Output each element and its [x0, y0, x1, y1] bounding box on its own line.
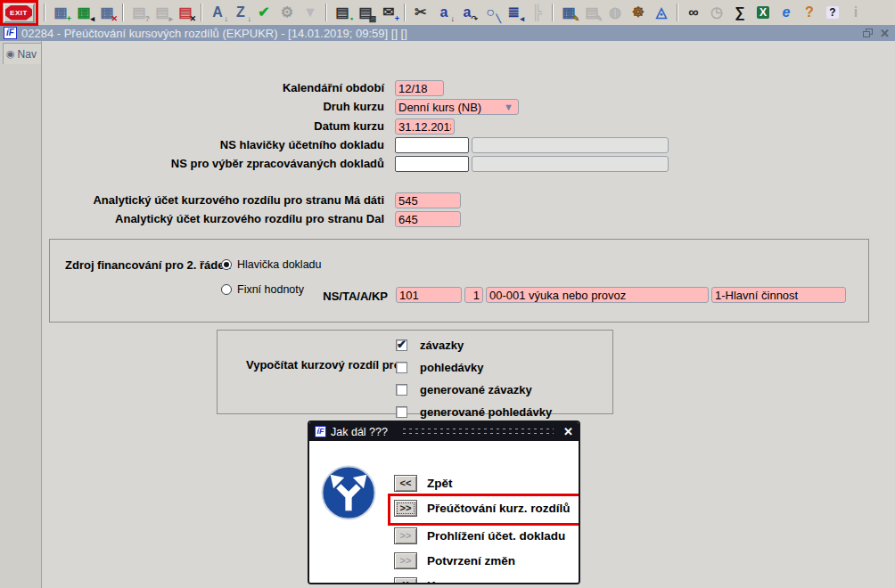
group-zdroj-label: Zdroj financování pro 2. řádek: [65, 258, 231, 272]
dialog-titlebar[interactable]: íF Jak dál ??? ✕: [309, 422, 579, 441]
help-window-icon[interactable]: ?: [821, 2, 844, 23]
dialog-action-row[interactable]: XKonec: [394, 576, 464, 584]
dialog-action-label: Přeúčtování kurz. rozdílů: [427, 502, 571, 515]
nav-tab-label: Nav: [18, 48, 37, 61]
application-window: EXIT ▦+▦◂▦✕▤?▤▸▤✕A↓Z↓✔⚙▼▤▪▤▤✉+✂a↓a↷○╲≣◂╠…: [0, 0, 895, 588]
checkbox-label: pohledávky: [420, 361, 484, 374]
kalendarni-obdobi-field[interactable]: [395, 80, 444, 96]
dialog-action-row[interactable]: >>Přeúčtování kurz. rozdílů: [394, 499, 571, 517]
au-ma-dati-field[interactable]: [395, 192, 461, 208]
toolbar-separator: [44, 4, 45, 21]
zdroj-ns-field[interactable]: [396, 287, 462, 303]
record-insert-icon[interactable]: ▦+: [49, 2, 72, 23]
toolbar-separator: [677, 4, 678, 21]
sum-sigma-icon[interactable]: ∑: [728, 2, 751, 23]
label-ns-ta-a-kp: NS/TA/A/KP: [323, 290, 388, 303]
print-batch-icon[interactable]: ▤▤: [354, 2, 377, 23]
dialog-action-button[interactable]: X: [394, 577, 417, 585]
dialog-logo-icon: íF: [315, 426, 326, 437]
prism-eye-icon[interactable]: ◬: [650, 2, 673, 23]
group-vypocet-label: Vypočítat kurzový rozdíl pro: [246, 358, 401, 372]
hierarchy-tree-icon: ╠: [525, 2, 548, 23]
dialog-action-row[interactable]: <<Zpět: [394, 474, 453, 492]
chevron-down-icon: ▼: [504, 102, 513, 112]
toolbar: EXIT ▦+▦◂▦✕▤?▤▸▤✕A↓Z↓✔⚙▼▤▪▤▤✉+✂a↓a↷○╲≣◂╠…: [0, 0, 895, 25]
checkbox-row[interactable]: pohledávky: [396, 356, 552, 379]
query-help-icon: ▤?: [127, 2, 151, 23]
close-window-icon[interactable]: ✕: [880, 28, 890, 39]
restore-window-icon[interactable]: [863, 29, 873, 37]
exit-button[interactable]: EXIT: [3, 3, 35, 23]
commit-check-icon[interactable]: ✔: [252, 2, 275, 23]
dialog-action-button[interactable]: >>: [394, 500, 417, 517]
checkbox-label: generované závazky: [420, 383, 532, 396]
checkbox-row[interactable]: závazky: [396, 334, 552, 356]
browser-icon[interactable]: e: [775, 2, 798, 23]
dialog-action-label: Potvrzení změn: [427, 554, 515, 568]
checkbox-unchecked-icon[interactable]: [396, 406, 407, 418]
dialog-action-row[interactable]: >>Potvrzení změn: [394, 551, 515, 569]
dialog-action-row[interactable]: >>Prohlížení účet. dokladu: [394, 527, 565, 544]
mail-send-icon[interactable]: ✉+: [377, 2, 400, 23]
label-kalendarni-obdobi: Kalendářní období: [0, 80, 390, 96]
toolbar-separator: [552, 4, 554, 21]
dialog-action-label: Zpět: [427, 477, 453, 490]
radio-option[interactable]: Hlavička dokladu: [221, 252, 322, 277]
label-datum-kurzu: Datum kurzu: [0, 118, 390, 135]
table-edit-icon[interactable]: ▦✎: [557, 2, 580, 23]
checkbox-label: generované pohledávky: [420, 405, 552, 419]
case-replace-icon[interactable]: a↷: [456, 2, 479, 23]
wrench-icon[interactable]: ⚙: [275, 2, 299, 23]
druh-kurzu-value: Denní kurs (NB): [398, 101, 504, 114]
print-icon[interactable]: ▤▪: [331, 2, 354, 23]
radio-option[interactable]: Fixní hodnoty: [221, 277, 322, 302]
cut-scissors-icon[interactable]: ✂: [409, 2, 432, 23]
sort-asc-icon[interactable]: A↓: [206, 2, 229, 23]
dialog-jak-dal: íF Jak dál ??? ✕ <<Zpět>>Přeúčtování kur…: [308, 421, 580, 584]
druh-kurzu-select[interactable]: Denní kurs (NB) ▼: [395, 99, 519, 115]
lowercase-icon[interactable]: a↓: [432, 2, 456, 23]
dialog-title-pattern: [401, 427, 554, 437]
dialog-action-button: >>: [394, 527, 417, 544]
find-document-icon[interactable]: ○╲: [479, 2, 502, 23]
nav-radio-icon: ◉: [6, 49, 15, 59]
exit-stop-icon: EXIT: [5, 5, 32, 20]
radio-selected-icon[interactable]: [221, 259, 232, 270]
toolbar-separator: [122, 4, 124, 21]
spectacles-view-icon[interactable]: ∞: [682, 2, 705, 23]
ns-hlavicky-description-field: [472, 137, 669, 153]
record-copy-icon[interactable]: ▦◂: [72, 2, 95, 23]
record-delete-icon[interactable]: ▦✕: [95, 2, 119, 23]
query-run-icon: ▤▸: [151, 2, 174, 23]
goto-record-icon[interactable]: ≣◂: [502, 2, 525, 23]
clock-icon: ◷: [705, 2, 728, 23]
radio-unselected-icon[interactable]: [221, 284, 232, 295]
checkbox-unchecked-icon[interactable]: [396, 384, 407, 396]
dialog-close-icon[interactable]: ✕: [563, 426, 573, 437]
fork-road-sign-icon: [321, 465, 376, 520]
zdroj-options: Hlavička dokladuFixní hodnoty: [221, 252, 322, 302]
ns-hlavicky-field[interactable]: [395, 137, 469, 153]
help-books-icon[interactable]: ?: [798, 2, 821, 23]
radio-option-label: Fixní hodnoty: [237, 283, 304, 296]
checkbox-checked-icon[interactable]: [396, 339, 407, 351]
group-zdroj-financovani: Zdroj financování pro 2. řádek Hlavička …: [49, 239, 869, 323]
au-dal-field[interactable]: [395, 211, 461, 227]
checkbox-unchecked-icon[interactable]: [396, 362, 407, 373]
tab-nav[interactable]: ◉ Nav: [3, 43, 42, 64]
zdroj-ta-field[interactable]: [464, 287, 483, 303]
dialog-action-button[interactable]: <<: [394, 475, 417, 492]
dialog-body: <<Zpět>>Přeúčtování kurz. rozdílů>>Prohl…: [309, 441, 579, 584]
filter-funnel-icon[interactable]: ▼: [299, 2, 322, 23]
query-cancel-icon[interactable]: ▤✕: [174, 2, 197, 23]
helm-wheel-icon[interactable]: ☸: [627, 2, 650, 23]
datum-kurzu-field[interactable]: [395, 118, 455, 135]
zdroj-kp-field[interactable]: [711, 287, 846, 303]
checkbox-row[interactable]: generované závazky: [396, 379, 552, 401]
zdroj-a-field[interactable]: [486, 287, 709, 303]
sort-desc-icon[interactable]: Z↓: [229, 2, 252, 23]
group-vypocet: Vypočítat kurzový rozdíl pro závazkypohl…: [217, 330, 613, 414]
label-druh-kurzu: Druh kurzu: [0, 99, 390, 115]
ns-vyber-field[interactable]: [395, 156, 469, 172]
excel-export-icon[interactable]: X: [751, 2, 775, 23]
